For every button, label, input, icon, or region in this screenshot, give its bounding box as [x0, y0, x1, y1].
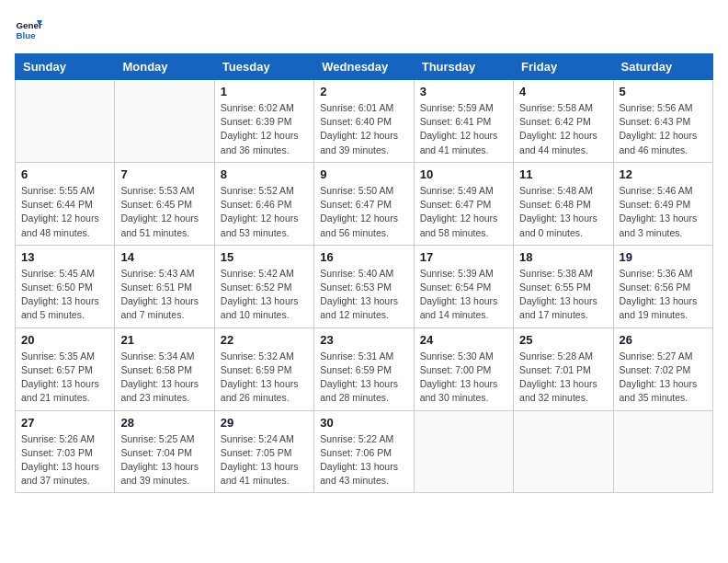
calendar-cell: 30Sunrise: 5:22 AMSunset: 7:06 PMDayligh…: [314, 410, 414, 493]
calendar-cell: 25Sunrise: 5:28 AMSunset: 7:01 PMDayligh…: [514, 327, 613, 410]
logo: General Blue: [15, 15, 42, 42]
calendar-week-2: 13Sunrise: 5:45 AMSunset: 6:50 PMDayligh…: [16, 245, 713, 327]
calendar-cell: 23Sunrise: 5:31 AMSunset: 6:59 PMDayligh…: [314, 327, 414, 410]
calendar-cell: [514, 410, 613, 493]
calendar-table: SundayMondayTuesdayWednesdayThursdayFrid…: [15, 53, 713, 493]
day-number: 6: [21, 167, 108, 181]
day-number: 2: [320, 85, 407, 98]
calendar-cell: 13Sunrise: 5:45 AMSunset: 6:50 PMDayligh…: [16, 245, 115, 327]
logo-icon: General Blue: [15, 15, 42, 42]
day-info: Sunrise: 5:48 AMSunset: 6:48 PMDaylight:…: [519, 184, 607, 240]
day-info: Sunrise: 5:45 AMSunset: 6:50 PMDaylight:…: [21, 267, 108, 323]
day-info: Sunrise: 5:55 AMSunset: 6:44 PMDaylight:…: [21, 184, 108, 240]
calendar-cell: 16Sunrise: 5:40 AMSunset: 6:53 PMDayligh…: [314, 245, 414, 327]
calendar-week-1: 6Sunrise: 5:55 AMSunset: 6:44 PMDaylight…: [16, 162, 713, 245]
svg-text:Blue: Blue: [17, 30, 37, 40]
day-info: Sunrise: 5:49 AMSunset: 6:47 PMDaylight:…: [420, 184, 507, 240]
calendar-cell: 5Sunrise: 5:56 AMSunset: 6:43 PMDaylight…: [613, 80, 712, 163]
day-info: Sunrise: 5:22 AMSunset: 7:06 PMDaylight:…: [320, 432, 407, 488]
day-number: 19: [620, 250, 707, 264]
day-number: 13: [21, 250, 108, 264]
calendar-week-4: 27Sunrise: 5:26 AMSunset: 7:03 PMDayligh…: [16, 410, 713, 493]
weekday-header-saturday: Saturday: [613, 54, 712, 80]
day-number: 23: [320, 333, 407, 347]
day-info: Sunrise: 6:01 AMSunset: 6:40 PMDaylight:…: [320, 101, 407, 157]
day-number: 28: [120, 416, 208, 430]
day-info: Sunrise: 5:35 AMSunset: 6:57 PMDaylight:…: [21, 350, 108, 406]
calendar-cell: 15Sunrise: 5:42 AMSunset: 6:52 PMDayligh…: [214, 245, 313, 327]
weekday-header-row: SundayMondayTuesdayWednesdayThursdayFrid…: [16, 54, 713, 80]
day-info: Sunrise: 5:46 AMSunset: 6:49 PMDaylight:…: [620, 184, 707, 240]
day-info: Sunrise: 5:52 AMSunset: 6:46 PMDaylight:…: [221, 184, 308, 240]
day-number: 4: [519, 85, 607, 98]
day-number: 29: [221, 416, 308, 430]
calendar-cell: 26Sunrise: 5:27 AMSunset: 7:02 PMDayligh…: [613, 327, 712, 410]
day-info: Sunrise: 5:32 AMSunset: 6:59 PMDaylight:…: [221, 350, 308, 406]
day-info: Sunrise: 5:59 AMSunset: 6:41 PMDaylight:…: [420, 101, 507, 157]
day-number: 22: [221, 333, 308, 347]
day-number: 21: [120, 333, 208, 347]
day-info: Sunrise: 5:31 AMSunset: 6:59 PMDaylight:…: [320, 350, 407, 406]
day-number: 25: [519, 333, 607, 347]
day-info: Sunrise: 5:40 AMSunset: 6:53 PMDaylight:…: [320, 267, 407, 323]
calendar-cell: 22Sunrise: 5:32 AMSunset: 6:59 PMDayligh…: [214, 327, 313, 410]
day-number: 24: [420, 333, 507, 347]
day-info: Sunrise: 5:42 AMSunset: 6:52 PMDaylight:…: [221, 267, 308, 323]
calendar-cell: 8Sunrise: 5:52 AMSunset: 6:46 PMDaylight…: [214, 162, 313, 245]
day-number: 11: [519, 167, 607, 181]
day-number: 17: [420, 250, 507, 264]
day-number: 8: [221, 167, 308, 181]
weekday-header-tuesday: Tuesday: [214, 54, 313, 80]
day-number: 3: [420, 85, 507, 98]
day-number: 18: [519, 250, 607, 264]
calendar-cell: 21Sunrise: 5:34 AMSunset: 6:58 PMDayligh…: [115, 327, 214, 410]
day-info: Sunrise: 5:53 AMSunset: 6:45 PMDaylight:…: [120, 184, 208, 240]
weekday-header-monday: Monday: [115, 54, 214, 80]
day-info: Sunrise: 5:24 AMSunset: 7:05 PMDaylight:…: [221, 432, 308, 488]
weekday-header-wednesday: Wednesday: [314, 54, 414, 80]
day-info: Sunrise: 5:36 AMSunset: 6:56 PMDaylight:…: [620, 267, 707, 323]
day-number: 14: [120, 250, 208, 264]
weekday-header-thursday: Thursday: [414, 54, 513, 80]
day-number: 7: [120, 167, 208, 181]
day-number: 1: [221, 85, 308, 98]
day-number: 30: [320, 416, 407, 430]
calendar-cell: 7Sunrise: 5:53 AMSunset: 6:45 PMDaylight…: [115, 162, 214, 245]
day-info: Sunrise: 5:56 AMSunset: 6:43 PMDaylight:…: [620, 101, 707, 157]
day-number: 5: [620, 85, 707, 98]
day-number: 9: [320, 167, 407, 181]
day-info: Sunrise: 5:28 AMSunset: 7:01 PMDaylight:…: [519, 350, 607, 406]
calendar-cell: 20Sunrise: 5:35 AMSunset: 6:57 PMDayligh…: [16, 327, 115, 410]
calendar-cell: 11Sunrise: 5:48 AMSunset: 6:48 PMDayligh…: [514, 162, 613, 245]
calendar-cell: [115, 80, 214, 163]
calendar-cell: [414, 410, 513, 493]
calendar-cell: 12Sunrise: 5:46 AMSunset: 6:49 PMDayligh…: [613, 162, 712, 245]
day-number: 20: [21, 333, 108, 347]
calendar-cell: 4Sunrise: 5:58 AMSunset: 6:42 PMDaylight…: [514, 80, 613, 163]
day-info: Sunrise: 5:58 AMSunset: 6:42 PMDaylight:…: [519, 101, 607, 157]
calendar-cell: 10Sunrise: 5:49 AMSunset: 6:47 PMDayligh…: [414, 162, 513, 245]
day-info: Sunrise: 5:50 AMSunset: 6:47 PMDaylight:…: [320, 184, 407, 240]
day-info: Sunrise: 5:38 AMSunset: 6:55 PMDaylight:…: [519, 267, 607, 323]
day-info: Sunrise: 6:02 AMSunset: 6:39 PMDaylight:…: [221, 101, 308, 157]
calendar-cell: 3Sunrise: 5:59 AMSunset: 6:41 PMDaylight…: [414, 80, 513, 163]
day-info: Sunrise: 5:26 AMSunset: 7:03 PMDaylight:…: [21, 432, 108, 488]
calendar-cell: 1Sunrise: 6:02 AMSunset: 6:39 PMDaylight…: [214, 80, 313, 163]
day-info: Sunrise: 5:27 AMSunset: 7:02 PMDaylight:…: [620, 350, 707, 406]
day-number: 10: [420, 167, 507, 181]
calendar-cell: 17Sunrise: 5:39 AMSunset: 6:54 PMDayligh…: [414, 245, 513, 327]
calendar-cell: 14Sunrise: 5:43 AMSunset: 6:51 PMDayligh…: [115, 245, 214, 327]
weekday-header-friday: Friday: [514, 54, 613, 80]
day-number: 12: [620, 167, 707, 181]
weekday-header-sunday: Sunday: [16, 54, 115, 80]
calendar-cell: 24Sunrise: 5:30 AMSunset: 7:00 PMDayligh…: [414, 327, 513, 410]
day-number: 26: [620, 333, 707, 347]
day-number: 27: [21, 416, 108, 430]
calendar-cell: 28Sunrise: 5:25 AMSunset: 7:04 PMDayligh…: [115, 410, 214, 493]
calendar-cell: 19Sunrise: 5:36 AMSunset: 6:56 PMDayligh…: [613, 245, 712, 327]
day-number: 15: [221, 250, 308, 264]
day-info: Sunrise: 5:39 AMSunset: 6:54 PMDaylight:…: [420, 267, 507, 323]
day-info: Sunrise: 5:30 AMSunset: 7:00 PMDaylight:…: [420, 350, 507, 406]
calendar-cell: 9Sunrise: 5:50 AMSunset: 6:47 PMDaylight…: [314, 162, 414, 245]
day-info: Sunrise: 5:34 AMSunset: 6:58 PMDaylight:…: [120, 350, 208, 406]
